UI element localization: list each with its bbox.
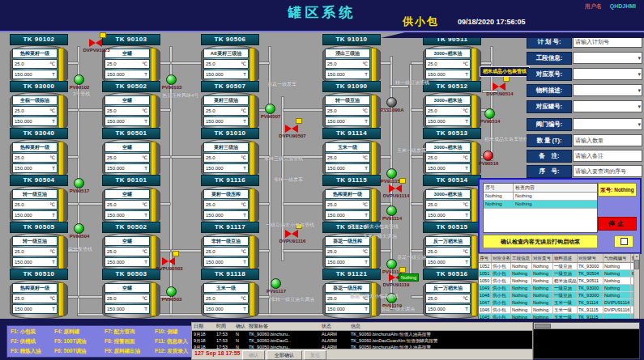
- query-table-row[interactable]: 1051供小包NothingNothing一级豆油TK_90504Nothing…: [479, 270, 639, 277]
- valve-PV91090A[interactable]: PV91090A: [386, 97, 397, 108]
- scroll-thumb[interactable]: [634, 260, 639, 269]
- query-table-row[interactable]: 1046供小包NothingNothing玉米一级TK_91115DVIPU91…: [479, 307, 639, 314]
- tank-id-plate[interactable]: TK 91010: [322, 34, 381, 45]
- tank-id-plate[interactable]: TK 93040: [10, 128, 68, 139]
- alarm-button-全部确认[interactable]: 全部确认: [267, 350, 302, 360]
- query-cell: Nothing: [511, 263, 532, 269]
- query-table-row[interactable]: 1049供小包NothingNothing一级豆油TK_93000Nothing: [479, 285, 639, 292]
- start-pump-checkbox[interactable]: [614, 235, 633, 248]
- function-key-F10[interactable]: F10: 倒罐: [155, 327, 192, 337]
- tank-id-plate[interactable]: TK 90504: [10, 175, 68, 186]
- horizontal-scrollbar[interactable]: [534, 323, 639, 329]
- valve-DVPU90507[interactable]: DVPU90507: [285, 125, 298, 133]
- valve-PV90514[interactable]: PV90514: [484, 108, 495, 119]
- valve-tag: [399, 178, 406, 184]
- tank-id-plate[interactable]: TK 90516: [423, 269, 481, 280]
- function-key-F8[interactable]: F8: 报警画面: [104, 337, 155, 346]
- temp-value: 25.0: [107, 294, 117, 303]
- valve-PV90102[interactable]: PV90102: [74, 74, 84, 85]
- valve-PV90507[interactable]: PV90507: [265, 104, 275, 114]
- stop-button[interactable]: 停止: [598, 217, 637, 231]
- function-key-F1[interactable]: F1: 小包装: [11, 327, 54, 337]
- remark-input[interactable]: 请输入备注: [573, 150, 642, 162]
- function-key-F2[interactable]: F2: 供桶线: [11, 337, 54, 346]
- tank-id-plate[interactable]: TK 91118: [201, 269, 259, 280]
- serial-query-input[interactable]: 请输入要查询的序号: [573, 165, 642, 177]
- check-list-row[interactable]: NothingNothing: [484, 193, 597, 201]
- function-key-F4[interactable]: F4: 原料罐: [54, 327, 104, 337]
- tank-id-plate[interactable]: TK 90515: [423, 222, 481, 233]
- valve-DVPU90503[interactable]: DVPU90503: [162, 257, 175, 265]
- tank-id-plate[interactable]: TK 90103: [102, 34, 160, 45]
- query-table-row[interactable]: 1048供小包NothingNothing一级豆油TK_93000Nothing: [479, 292, 639, 299]
- valve-DVPU90514[interactable]: DVPU90514: [493, 83, 505, 91]
- tank-id-plate[interactable]: TK 93000: [10, 81, 68, 92]
- tank-id-plate[interactable]: TK 91117: [201, 222, 259, 233]
- query-table-row[interactable]: 1050供小包NothingNothing稻米油成品TK_90511Nothin…: [479, 277, 639, 285]
- valve-tag: [100, 32, 106, 38]
- tank-id-plate[interactable]: TK 91115: [322, 175, 381, 186]
- valve-PV90516[interactable]: PV90516: [483, 150, 493, 161]
- pump-number-select[interactable]: [573, 68, 642, 80]
- query-result-table: 序号对应业务工段信息对应泵号物料描述对应罐号气动阀编号数量 1052供小包Not…: [478, 253, 640, 323]
- scroll-up-icon[interactable]: ▲: [634, 254, 639, 259]
- temp-unit: ℃: [241, 60, 246, 68]
- valve-number-select[interactable]: [573, 118, 642, 130]
- material-label: 热榨菜籽一级: [12, 142, 58, 152]
- tank-id-plate[interactable]: TK 90502: [102, 81, 160, 92]
- tank-info: 热榨菜籽一级25.0℃150.000T: [325, 189, 370, 221]
- tank-id-plate[interactable]: TK 90505: [10, 222, 68, 233]
- valve-PV90517[interactable]: PV90517: [74, 178, 84, 188]
- tank-number-select[interactable]: [573, 100, 642, 112]
- valve-DVPV91023[interactable]: DVPV91023: [89, 39, 102, 47]
- tank-id-plate[interactable]: TK 90102: [10, 34, 68, 45]
- function-key-F3[interactable]: F3: 精炼入油: [11, 346, 54, 356]
- tank-body: 反一万稻米油25.0℃150.000T: [423, 233, 481, 272]
- valve-PV91116[interactable]: PV91116: [386, 259, 397, 269]
- tank-id-plate[interactable]: TK 91121: [322, 269, 381, 280]
- tank-id-plate[interactable]: TK 90502: [102, 222, 160, 233]
- quantity-input[interactable]: 请输入数量: [573, 134, 642, 146]
- alarm-row[interactable]: 9月1817:53NTK_90060.binchuru..ALARMTK_900…: [192, 331, 532, 337]
- function-key-F6[interactable]: F6: 500T调油: [54, 346, 104, 356]
- tank-id-plate[interactable]: TK 90101: [102, 175, 160, 186]
- query-table-row[interactable]: 1052供小包NothingNothing一级豆油TK_93000Nothing: [479, 263, 639, 270]
- section-info-select[interactable]: [573, 52, 642, 64]
- function-key-F11[interactable]: F11: 信息录入: [155, 337, 192, 346]
- tank-id-plate[interactable]: TK 90510: [10, 269, 68, 280]
- check-list-row[interactable]: NothingNothing: [484, 201, 597, 209]
- alarm-row[interactable]: 9月1817:53NTK_90060.binDaoG..ALARMTK_9006…: [192, 337, 532, 344]
- valve-DVPU91116[interactable]: DVPU91116: [285, 230, 298, 238]
- query-cell: 玉米一级: [553, 307, 578, 313]
- alarm-cell: 17:53: [215, 331, 234, 337]
- hscroll-thumb[interactable]: [535, 324, 551, 328]
- tank-id-plate[interactable]: TK 90507: [201, 81, 259, 92]
- function-key-F7[interactable]: F7: 配方查询: [104, 327, 155, 337]
- valve-PV90103[interactable]: PV90103: [166, 74, 177, 85]
- valve-PV91117[interactable]: PV91117: [271, 278, 281, 289]
- valve-DVPU91114[interactable]: DVPU91114: [389, 184, 402, 193]
- temp-unit: ℃: [142, 248, 147, 256]
- tank-id-plate[interactable]: TK 90506: [201, 34, 259, 45]
- query-table-row[interactable]: 1047供小包NothingNothing玉米一级TK_91114DVIPU91…: [479, 299, 639, 307]
- tank-id-plate[interactable]: TK 91090: [322, 81, 381, 92]
- function-key-F12[interactable]: F12: 发货录入: [155, 346, 192, 356]
- valve-PV90504[interactable]: PV90504: [74, 223, 84, 234]
- function-key-F9[interactable]: F9: 原料罐出油: [104, 346, 155, 356]
- material-desc-select[interactable]: [573, 84, 642, 96]
- tank-id-plate[interactable]: TK 90501: [102, 128, 160, 139]
- valve-PV91114[interactable]: PV91114: [386, 205, 397, 216]
- query-table-scrollbar[interactable]: ▲ ▼: [633, 254, 639, 322]
- valve-PV91115A[interactable]: PV91115A: [386, 168, 397, 179]
- function-key-F5[interactable]: F5: 100T调油: [54, 337, 104, 346]
- tank-id-plate[interactable]: TK 90512: [423, 81, 481, 92]
- weight-readout: 150.000T: [325, 163, 370, 173]
- tank-id-plate[interactable]: TK 90513: [423, 128, 481, 139]
- tank-id-plate[interactable]: TK 90514: [423, 175, 481, 186]
- tank-id-plate[interactable]: TK 91114: [322, 128, 381, 139]
- weight-value: 150.000: [107, 211, 125, 219]
- tank-id-plate[interactable]: TK 91010: [201, 128, 259, 139]
- valve-PV90503[interactable]: PV90503: [166, 286, 177, 297]
- tank-id-plate[interactable]: TK 91116: [201, 175, 259, 186]
- valve-label: PV90504: [62, 234, 97, 239]
